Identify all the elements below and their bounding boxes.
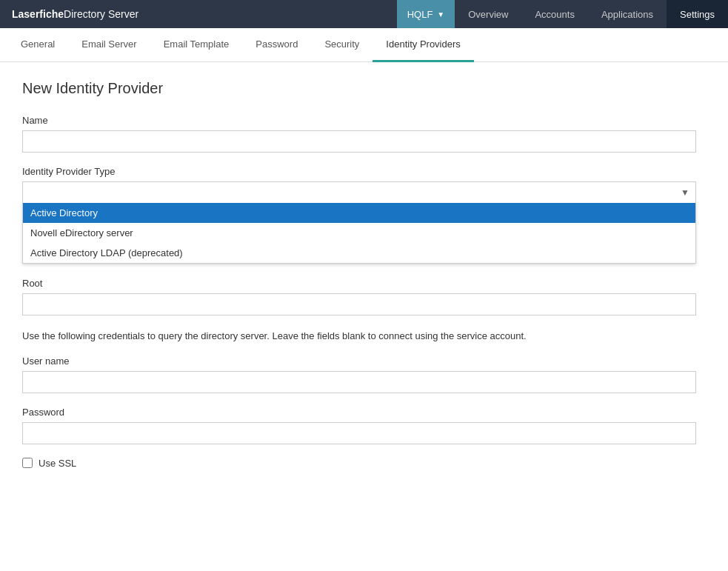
name-input[interactable] [22, 130, 696, 153]
dropdown-open-list: Active Directory Novell eDirectory serve… [22, 203, 696, 264]
name-form-group: Name [22, 115, 689, 153]
main-content: New Identity Provider Name Identity Prov… [0, 62, 711, 487]
root-form-group: Root [22, 278, 689, 315]
credentials-info-text: Use the following credentials to query t… [22, 329, 689, 344]
brand: Laserfiche Directory Server [0, 0, 150, 28]
applications-nav-link[interactable]: Applications [588, 0, 667, 28]
use-ssl-checkbox[interactable] [22, 458, 33, 468]
overview-nav-link[interactable]: Overview [455, 0, 521, 28]
page-title: New Identity Provider [22, 80, 689, 97]
use-ssl-row: Use SSL [22, 458, 689, 469]
tab-identity-providers[interactable]: Identity Providers [373, 28, 473, 62]
username-input[interactable] [22, 371, 696, 393]
accounts-nav-link[interactable]: Accounts [521, 0, 587, 28]
identity-provider-type-dropdown-container: ▼ Active Directory Novell eDirectory ser… [22, 181, 696, 204]
username-label: User name [22, 355, 689, 367]
dropdown-option-ad-ldap[interactable]: Active Directory LDAP (deprecated) [23, 243, 695, 263]
root-input[interactable] [22, 293, 696, 315]
tab-password[interactable]: Password [242, 28, 311, 62]
top-nav: Laserfiche Directory Server HQLF ▼ Overv… [0, 0, 728, 28]
password-label: Password [22, 407, 689, 418]
identity-provider-type-label: Identity Provider Type [22, 166, 689, 177]
dropdown-option-active-directory[interactable]: Active Directory [23, 203, 695, 223]
name-label: Name [22, 115, 689, 126]
top-nav-links: HQLF ▼ Overview Accounts Applications Se… [397, 0, 728, 28]
settings-nav-link[interactable]: Settings [667, 0, 728, 28]
root-label: Root [22, 278, 689, 289]
use-ssl-label[interactable]: Use SSL [39, 458, 76, 469]
tab-email-template[interactable]: Email Template [150, 28, 243, 62]
brand-normal: Directory Server [64, 8, 138, 20]
identity-provider-type-select[interactable]: ▼ [22, 181, 696, 204]
tab-general[interactable]: General [7, 28, 68, 62]
password-form-group: Password [22, 407, 689, 444]
tab-security[interactable]: Security [311, 28, 373, 62]
brand-bold: Laserfiche [12, 8, 64, 20]
hqlf-button[interactable]: HQLF ▼ [397, 0, 455, 28]
dropdown-option-novell[interactable]: Novell eDirectory server [23, 223, 695, 243]
tab-email-server[interactable]: Email Server [68, 28, 150, 62]
username-form-group: User name [22, 355, 689, 393]
password-input[interactable] [22, 422, 696, 444]
tab-bar: General Email Server Email Template Pass… [0, 28, 728, 62]
identity-provider-type-form-group: Identity Provider Type ▼ Active Director… [22, 166, 689, 204]
hqlf-dropdown-arrow: ▼ [437, 10, 444, 19]
dropdown-arrow-icon: ▼ [681, 187, 689, 198]
